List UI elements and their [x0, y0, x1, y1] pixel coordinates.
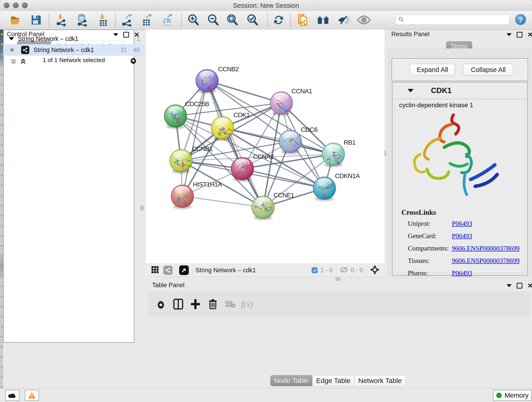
network-node-CCNB2[interactable]: CCNB2 [196, 65, 239, 93]
split-table-icon[interactable] [171, 297, 186, 312]
network-node-CDKN1A[interactable]: CDKN1A [313, 172, 360, 201]
zoom-fit-icon[interactable] [225, 13, 240, 27]
network-edge-count: 48 [133, 46, 140, 54]
network-node-CDC6[interactable]: CDC6 [279, 126, 317, 154]
collapse-all-button[interactable]: Collapse All [463, 64, 513, 76]
zoom-selected-icon[interactable] [245, 13, 260, 27]
network-collection-row[interactable]: String Network – cdk1 1 [3, 33, 144, 44]
memory-label: Memory [505, 392, 529, 399]
string-network-icon [21, 46, 29, 54]
search-field[interactable] [395, 14, 510, 25]
table-panel-divider-handle[interactable] [336, 277, 341, 281]
title-bar: Session: New Session [0, 0, 532, 11]
network-node-label: HIST1H1A [193, 181, 222, 188]
tab-edge-table[interactable]: Edge Table [312, 375, 354, 386]
crosslink-pharos-link[interactable]: P06493 [452, 269, 472, 277]
crosslink-label: Tissues: [408, 257, 429, 264]
toolbar-separator [49, 13, 50, 27]
crosslink-genecard-link[interactable]: P06493 [452, 232, 472, 240]
expand-all-button[interactable]: Expand All [409, 64, 455, 76]
crosslink-label: Pharos: [408, 269, 428, 277]
bottom-status-bar: Memory [0, 388, 532, 402]
current-network-name: String Network – cdk1 [196, 267, 256, 274]
tab-network-table[interactable]: Network Table [354, 375, 406, 386]
status-separator [176, 264, 176, 277]
string-home-icon[interactable] [316, 13, 330, 27]
status-separator [192, 264, 192, 277]
selected-checkbox-icon[interactable] [312, 267, 317, 273]
import-string-network-icon[interactable] [296, 13, 311, 27]
network-node-label: RB1 [344, 139, 355, 146]
open-session-icon[interactable] [9, 13, 23, 27]
show-graphics-details-icon [356, 13, 371, 27]
network-canvas[interactable]: CCNB2CCNA1CDC25BCDK1CDC6RB1CCNB1CCNA2CDK… [146, 30, 385, 264]
table-panel: Table Panel ✕ f(x) [146, 281, 532, 388]
zoom-out-icon[interactable] [206, 13, 220, 27]
crosslink-tissues-link[interactable]: 9606.ENSP00000378699 [452, 257, 520, 264]
save-session-icon[interactable] [29, 13, 44, 27]
panel-menu-icon[interactable] [507, 284, 512, 287]
protein-structure-image [406, 111, 505, 202]
function-builder-icon: f(x) [240, 297, 254, 312]
window-title: Session: New Session [0, 2, 532, 9]
protein-collapse-icon[interactable] [408, 89, 413, 92]
string-results-container: Expand All Collapse All CDK1 cyclin-depe… [388, 48, 531, 278]
table-panel-title: Table Panel [152, 282, 184, 289]
tab-node-table[interactable]: Node Table [270, 375, 312, 386]
export-network-icon[interactable] [120, 13, 135, 27]
cloud-icon [8, 392, 17, 398]
collection-expand-icon[interactable] [9, 37, 14, 40]
export-table-icon[interactable] [140, 13, 154, 27]
network-node-HIST1H1A[interactable]: HIST1H1A [171, 181, 222, 209]
network-node-label: CDKN1A [335, 172, 360, 179]
collection-label: String Network – cdk1 [18, 35, 78, 42]
network-options-gear-icon[interactable] [129, 56, 138, 66]
warning-status-button[interactable] [25, 390, 39, 401]
selected-counts: 1 - 0 [320, 267, 333, 274]
panel-float-icon[interactable] [517, 32, 522, 38]
memory-button[interactable]: Memory [493, 390, 532, 401]
help-icon[interactable]: ? [515, 14, 526, 25]
delete-column-trash-icon[interactable] [206, 297, 220, 312]
protein-card-header[interactable]: CDK1 [393, 83, 527, 99]
results-panel-title: Results Panel [391, 31, 430, 38]
hide-graphics-details-icon[interactable] [336, 13, 351, 27]
refresh-network-icon[interactable] [271, 13, 286, 27]
panel-float-icon[interactable] [517, 283, 522, 288]
network-row[interactable]: String Network – cdk1 11 48 [3, 44, 144, 56]
string-panel-icon[interactable] [163, 266, 172, 275]
expand-collapse-bar: Expand All Collapse All [392, 58, 528, 81]
cloud-status-button[interactable] [5, 390, 19, 401]
network-node-CCNA1[interactable]: CCNA1 [270, 88, 312, 115]
collection-count: 1 [137, 35, 140, 42]
network-node-label: CCNA2 [253, 153, 273, 160]
network-node-RB1[interactable]: RB1 [322, 139, 355, 167]
export-image-icon[interactable] [160, 13, 175, 27]
main-toolbar: ? [0, 11, 532, 30]
table-settings-gear-icon[interactable] [153, 297, 168, 312]
panel-close-icon[interactable]: ✕ [527, 283, 532, 288]
hidden-eye-icon[interactable] [339, 266, 348, 274]
control-panel-divider-handle[interactable] [140, 205, 144, 211]
zoom-in-icon[interactable] [186, 13, 201, 27]
status-separator [366, 264, 367, 277]
crosslink-compartments-link[interactable]: 9606.ENSP00000378699 [452, 245, 520, 252]
warning-icon [28, 392, 36, 399]
open-in-window-icon[interactable] [179, 265, 189, 275]
pan-crosshair-icon[interactable] [370, 265, 380, 276]
import-table-file-icon[interactable] [96, 13, 111, 27]
toolbar-separator [115, 13, 116, 27]
network-node-label: CCNB2 [218, 65, 239, 73]
search-icon [399, 17, 404, 22]
panel-menu-icon[interactable] [507, 33, 512, 36]
table-toolbar: f(x) [148, 292, 530, 317]
import-network-file-icon[interactable] [55, 13, 69, 27]
birds-eye-view-icon[interactable] [151, 266, 159, 275]
panel-close-icon[interactable]: ✕ [527, 32, 532, 37]
add-column-icon[interactable] [188, 297, 203, 312]
network-node-CDK1[interactable]: CDK1 [211, 111, 250, 140]
import-network-database-icon[interactable] [75, 13, 89, 27]
delete-table-icon [223, 297, 238, 312]
network-label: String Network – cdk1 [33, 46, 94, 54]
crosslink-uniprot-link[interactable]: P06493 [452, 220, 472, 227]
